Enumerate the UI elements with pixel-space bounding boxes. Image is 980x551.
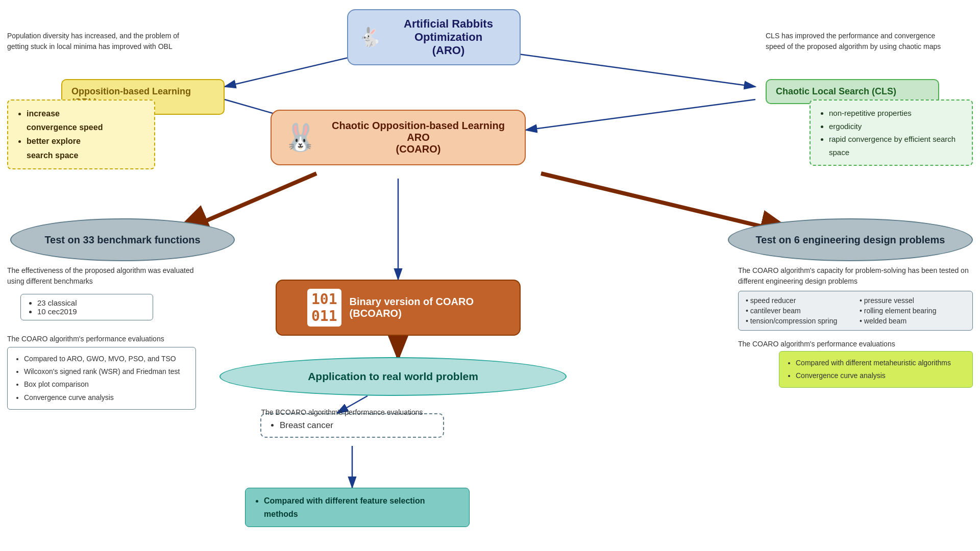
aro-rabbit-icon: 🐇 bbox=[358, 27, 381, 48]
bench-sub-2: 10 cec2019 bbox=[37, 307, 145, 316]
cls-bullets: non-repetitive properties ergodicity rap… bbox=[810, 99, 973, 166]
obl-bullet-2: better exploresearch space bbox=[27, 134, 145, 162]
bcoaro-box: 101011 Binary version of COARO(BCOARO) bbox=[276, 280, 521, 336]
diagram: 🐇 Artificial Rabbits Optimization(ARO) P… bbox=[0, 0, 980, 551]
eng-item-2: pressure vessel bbox=[860, 296, 965, 305]
svg-line-3 bbox=[526, 99, 755, 130]
eng-desc: The COARO algorithm's capacity for probl… bbox=[738, 265, 973, 287]
feature-bullet-1: Compared with different feature selectio… bbox=[264, 494, 460, 520]
coaro-label: Chaotic Opposition-based Learning ARO(CO… bbox=[324, 120, 512, 155]
cls-bullet-1: non-repetitive properties bbox=[829, 107, 963, 120]
eng-compare: Compared with different metaheuristic al… bbox=[779, 351, 973, 388]
bench-compare-2: Wilcoxon's signed rank (WSR) and Friedma… bbox=[24, 365, 188, 378]
eng-item-3: cantilever beam bbox=[746, 307, 851, 315]
eng-item-6: welded beam bbox=[860, 317, 965, 325]
eng-perf-desc: The COARO algorithm's performance evalua… bbox=[738, 340, 973, 348]
cls-bullet-3: rapid convergence by efficient search sp… bbox=[829, 133, 963, 159]
bench-desc: The effectiveness of the proposed algori… bbox=[7, 265, 201, 287]
eng-compare-1: Compared with different metaheuristic al… bbox=[796, 357, 965, 369]
aro-label: Artificial Rabbits Optimization(ARO) bbox=[387, 17, 509, 57]
bench-compare-4: Convergence curve analysis bbox=[24, 391, 188, 404]
aro-box: 🐇 Artificial Rabbits Optimization(ARO) bbox=[347, 9, 521, 65]
breast-cancer-label: Breast cancer bbox=[280, 420, 434, 431]
bench-compare-3: Box plot comparison bbox=[24, 378, 188, 391]
obl-bullets: increaseconvergence speed better explore… bbox=[7, 99, 155, 169]
top-right-desc: CLS has improved the performance and con… bbox=[766, 31, 949, 52]
bench-sub: 23 classical 10 cec2019 bbox=[20, 294, 153, 320]
bench-perf-desc: The COARO algorithm's performance evalua… bbox=[7, 335, 201, 343]
feature-box: Compared with different feature selectio… bbox=[245, 488, 470, 527]
coaro-box: 🐰 Chaotic Opposition-based Learning ARO(… bbox=[271, 110, 526, 165]
bench-compare: Compared to ARO, GWO, MVO, PSO, and TSO … bbox=[7, 347, 196, 410]
eng-items: speed reducer pressure vessel cantilever… bbox=[738, 291, 973, 331]
eng-ellipse: Test on 6 engineering design problems bbox=[728, 218, 973, 261]
bench-compare-1: Compared to ARO, GWO, MVO, PSO, and TSO bbox=[24, 353, 188, 365]
bcoaro-icon: 101011 bbox=[307, 289, 341, 327]
bench-ellipse: Test on 33 benchmark functions bbox=[10, 218, 235, 261]
top-left-desc: Population diversity has increased, and … bbox=[7, 31, 191, 52]
bcoaro-label: Binary version of COARO(BCOARO) bbox=[350, 296, 474, 319]
breast-cancer-box: Breast cancer bbox=[260, 413, 444, 438]
eng-item-5: tension/compression spring bbox=[746, 317, 851, 325]
app-ellipse: Application to real world problem bbox=[219, 357, 567, 396]
coaro-rabbit-icon: 🐰 bbox=[284, 122, 317, 153]
cls-bullet-2: ergodicity bbox=[829, 120, 963, 133]
bench-sub-1: 23 classical bbox=[37, 298, 145, 307]
eng-item-4: rolling element bearing bbox=[860, 307, 965, 315]
eng-item-1: speed reducer bbox=[746, 296, 851, 305]
obl-bullet-1: increaseconvergence speed bbox=[27, 107, 145, 134]
eng-compare-2: Convergence curve analysis bbox=[796, 369, 965, 382]
bcoaro-perf-desc: The BCOARO algorithm's performance evalu… bbox=[204, 408, 480, 416]
